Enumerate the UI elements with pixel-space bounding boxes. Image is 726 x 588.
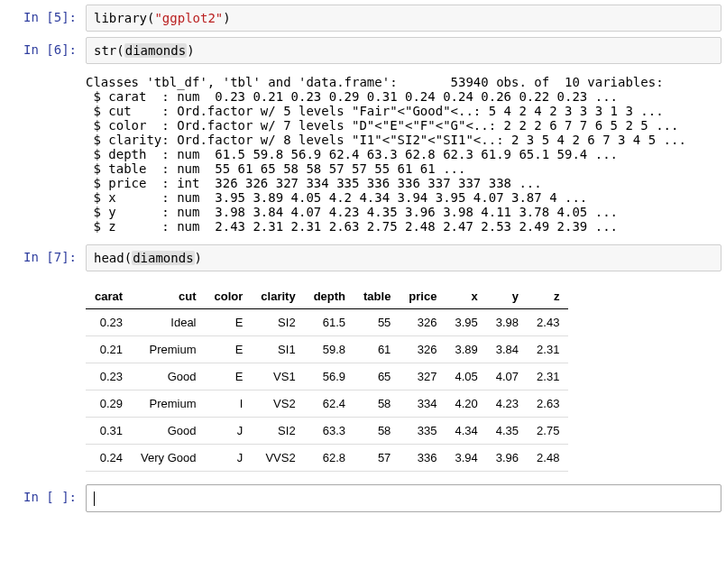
table-cell: 4.34 bbox=[446, 418, 486, 445]
table-cell: 62.8 bbox=[305, 445, 354, 472]
table-cell: E bbox=[206, 309, 253, 336]
table-cell: 58 bbox=[354, 418, 400, 445]
table-cell: 2.75 bbox=[528, 418, 568, 445]
code-input[interactable]: library("ggplot2") bbox=[86, 5, 721, 32]
table-cell: 0.21 bbox=[86, 336, 132, 363]
table-header-row: caratcutcolorclaritydepthtablepricexyz bbox=[86, 284, 568, 309]
table-cell: 327 bbox=[400, 363, 446, 390]
table-cell: 3.96 bbox=[487, 445, 528, 472]
code-input[interactable]: head(diamonds) bbox=[86, 244, 721, 271]
code-token: library( bbox=[94, 11, 154, 25]
table-cell: 63.3 bbox=[305, 418, 354, 445]
table-cell: VS2 bbox=[252, 390, 304, 418]
table-cell: 326 bbox=[400, 309, 446, 336]
table-header: clarity bbox=[252, 284, 304, 309]
table-cell: 0.23 bbox=[86, 363, 132, 390]
table-header: x bbox=[446, 284, 486, 309]
table-cell: 65 bbox=[354, 363, 400, 390]
prompt-label: In [ ]: bbox=[5, 484, 86, 510]
table-cell: J bbox=[206, 445, 253, 472]
table-header: depth bbox=[305, 284, 354, 309]
table-row: 0.29PremiumIVS262.4583344.204.232.63 bbox=[86, 390, 568, 418]
table-cell: 61.5 bbox=[305, 309, 354, 336]
table-header: y bbox=[487, 284, 528, 309]
table-cell: SI2 bbox=[252, 418, 304, 445]
prompt-label: In [7]: bbox=[5, 244, 86, 270]
table-cell: 4.05 bbox=[446, 363, 486, 390]
table-cell: 334 bbox=[400, 390, 446, 418]
prompt-label: In [6]: bbox=[5, 37, 86, 62]
code-token: str( bbox=[94, 43, 124, 58]
table-cell: Ideal bbox=[132, 309, 205, 336]
table-cell: 57 bbox=[354, 445, 400, 472]
table-cell: J bbox=[206, 418, 253, 445]
table-cell: Very Good bbox=[132, 445, 205, 472]
table-cell: Good bbox=[132, 418, 205, 445]
table-cell: I bbox=[206, 390, 253, 418]
table-row: 0.31GoodJSI263.3583354.344.352.75 bbox=[86, 418, 568, 445]
table-cell: 56.9 bbox=[305, 363, 354, 390]
table-cell: VVS2 bbox=[252, 445, 304, 472]
code-token: head( bbox=[94, 251, 132, 265]
code-cell-5: In [5]: library("ggplot2") bbox=[5, 5, 721, 32]
table-cell: 61 bbox=[354, 336, 400, 363]
table-header: z bbox=[528, 284, 568, 309]
code-variable: diamonds bbox=[124, 43, 187, 58]
code-input[interactable] bbox=[86, 484, 721, 512]
code-cell-empty: In [ ]: bbox=[5, 484, 721, 512]
code-token: ) bbox=[195, 251, 202, 265]
table-cell: 4.23 bbox=[487, 390, 528, 418]
table-cell: SI1 bbox=[252, 336, 304, 363]
table-cell: 2.43 bbox=[528, 309, 568, 336]
table-row: 0.23IdealESI261.5553263.953.982.43 bbox=[86, 309, 568, 336]
table-header: price bbox=[400, 284, 446, 309]
table-cell: Good bbox=[132, 363, 205, 390]
text-cursor bbox=[94, 492, 95, 506]
code-cell-6: In [6]: str(diamonds) bbox=[5, 37, 721, 64]
table-cell: 2.48 bbox=[528, 445, 568, 472]
table-cell: 3.95 bbox=[446, 309, 486, 336]
table-cell: 4.07 bbox=[487, 363, 528, 390]
table-cell: 0.31 bbox=[86, 418, 132, 445]
table-cell: Premium bbox=[132, 390, 205, 418]
code-cell-7: In [7]: head(diamonds) bbox=[5, 244, 721, 271]
table-header: color bbox=[206, 284, 253, 309]
code-variable: diamonds bbox=[132, 251, 194, 265]
table-cell: SI2 bbox=[252, 309, 304, 336]
table-cell: 4.20 bbox=[446, 390, 486, 418]
table-output: caratcutcolorclaritydepthtablepricexyz 0… bbox=[86, 277, 721, 479]
table-cell: VS1 bbox=[252, 363, 304, 390]
prompt-label: In [5]: bbox=[5, 5, 86, 30]
output-cell-7: caratcutcolorclaritydepthtablepricexyz 0… bbox=[5, 277, 721, 479]
table-header: cut bbox=[132, 284, 205, 309]
table-header: table bbox=[354, 284, 400, 309]
table-row: 0.23GoodEVS156.9653274.054.072.31 bbox=[86, 363, 568, 390]
output-cell-6: Classes 'tbl_df', 'tbl' and 'data.frame'… bbox=[5, 69, 721, 239]
table-cell: 326 bbox=[400, 336, 446, 363]
text-output: Classes 'tbl_df', 'tbl' and 'data.frame'… bbox=[86, 69, 721, 239]
table-cell: 336 bbox=[400, 445, 446, 472]
table-cell: 59.8 bbox=[305, 336, 354, 363]
table-cell: 3.94 bbox=[446, 445, 486, 472]
table-cell: 2.63 bbox=[528, 390, 568, 418]
table-cell: 3.84 bbox=[487, 336, 528, 363]
table-cell: 335 bbox=[400, 418, 446, 445]
data-table: caratcutcolorclaritydepthtablepricexyz 0… bbox=[86, 284, 568, 472]
code-token: ) bbox=[187, 43, 194, 58]
code-token: ) bbox=[223, 11, 230, 25]
table-cell: 0.24 bbox=[86, 445, 132, 472]
table-cell: 62.4 bbox=[305, 390, 354, 418]
table-cell: 2.31 bbox=[528, 363, 568, 390]
table-row: 0.21PremiumESI159.8613263.893.842.31 bbox=[86, 336, 568, 363]
table-cell: 3.89 bbox=[446, 336, 486, 363]
table-header: carat bbox=[86, 284, 132, 309]
table-cell: E bbox=[206, 363, 253, 390]
table-cell: 58 bbox=[354, 390, 400, 418]
code-string: "ggplot2" bbox=[154, 11, 223, 25]
table-cell: E bbox=[206, 336, 253, 363]
table-cell: 4.35 bbox=[487, 418, 528, 445]
code-input[interactable]: str(diamonds) bbox=[86, 37, 721, 64]
table-row: 0.24Very GoodJVVS262.8573363.943.962.48 bbox=[86, 445, 568, 472]
table-cell: 0.23 bbox=[86, 309, 132, 336]
table-cell: 2.31 bbox=[528, 336, 568, 363]
